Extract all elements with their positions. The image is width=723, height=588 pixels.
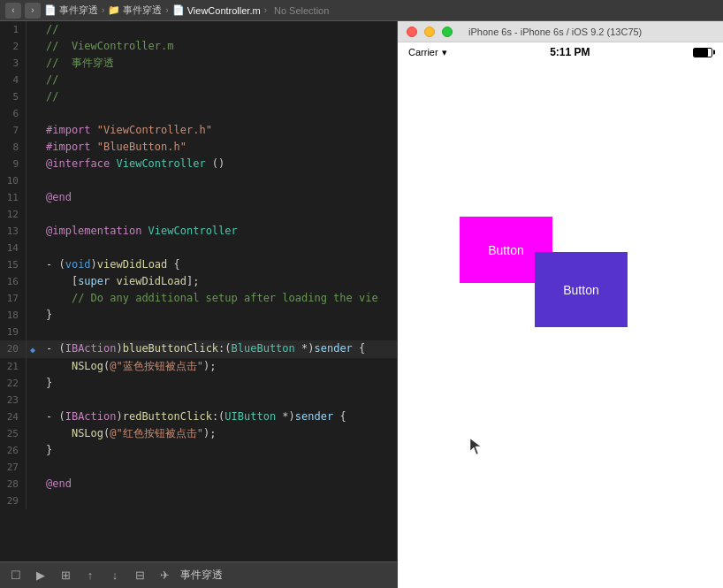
wifi-icon: ▾ [442,47,447,58]
table-row: 27 [0,459,397,476]
table-row: 1 // [0,21,397,38]
table-row: 16 [super viewDidLoad]; [0,273,397,290]
battery-fill [694,49,708,57]
code-lines: 1 // 2 // ViewController.m 3 // 事件穿透 [0,21,397,509]
table-row: 28 @end [0,476,397,493]
table-row: 24 - (IBAction)redButtonClick:(UIButton … [0,409,397,425]
breadcrumb-folder2[interactable]: 📁 事件穿透 [108,4,162,17]
upload-icon[interactable]: ↑ [81,567,99,584]
table-row: 29 [0,493,397,509]
svg-marker-0 [470,439,481,454]
close-button[interactable] [407,27,417,37]
code-editor[interactable]: 1 // 2 // ViewController.m 3 // 事件穿透 [0,21,398,588]
minimize-button[interactable] [424,27,435,37]
cursor [470,439,484,460]
table-row: 22 } [0,375,397,392]
table-row: 12 [0,206,397,223]
table-row: 23 [0,392,397,409]
grid-icon[interactable]: ⊞ [57,567,74,584]
table-row: 19 [0,324,397,340]
status-left: Carrier ▾ [408,47,447,58]
columns-icon[interactable]: ⊟ [131,567,148,584]
code-area[interactable]: 1 // 2 // ViewController.m 3 // 事件穿透 [0,21,397,561]
bottom-toolbar: ☐ ▶ ⊞ ↑ ↓ ⊟ ✈ 事件穿透 [0,561,397,588]
folder2-icon: 📁 [108,4,120,16]
table-row: 15 - (void)viewDidLoad { [0,256,397,273]
download-icon[interactable]: ↓ [106,567,124,584]
status-right [693,48,712,57]
table-row: 26 } [0,442,397,459]
top-nav-bar: ‹ › 📄 事件穿透 › 📁 事件穿透 › 📄 ViewController.m… [0,0,723,21]
table-row: 6 [0,105,397,122]
nav-back-button[interactable]: ‹ [5,3,21,19]
battery-icon [693,48,712,57]
phone-screen: Carrier ▾ 5:11 PM Button Button [398,42,723,588]
carrier-label: Carrier [408,47,438,57]
table-row: 14 [0,240,397,256]
table-row: 25 NSLog(@"红色按钮被点击"); [0,425,397,442]
table-row: 21 NSLog(@"蓝色按钮被点击"); [0,358,397,375]
table-row: 10 [0,172,397,189]
table-row: 3 // 事件穿透 [0,55,397,72]
breadcrumb-folder1[interactable]: 📄 事件穿透 [44,4,98,17]
toolbar-project-label: 事件穿透 [180,568,223,583]
message-icon[interactable]: ☐ [7,567,25,584]
send-icon[interactable]: ✈ [156,567,173,584]
time-label: 5:11 PM [550,46,590,58]
table-row: 20 ◆ - (IBAction)blueButtonClick:(BlueBu… [0,340,397,358]
folder2-label: 事件穿透 [123,4,162,17]
maximize-button[interactable] [442,27,453,37]
blue-button-label: Button [563,283,598,297]
device-label: iPhone 6s - iPhone 6s / iOS 9.2 (13C75) [468,27,642,37]
table-row: 7 #import "ViewController.h" [0,122,397,139]
no-selection-label: No Selection [274,5,329,16]
app-content: Button Button [398,62,723,588]
nav-forward-button[interactable]: › [25,3,41,19]
breadcrumb-file[interactable]: 📄 ViewController.m [172,4,261,16]
file-icon: 📄 [172,4,185,16]
table-row: 4 // [0,72,397,88]
table-row: 18 } [0,307,397,324]
blue-button[interactable]: Button [535,252,628,327]
table-row: 5 // [0,88,397,105]
simulator-panel: iPhone 6s - iPhone 6s / iOS 9.2 (13C75) … [398,21,723,588]
status-bar: Carrier ▾ 5:11 PM [398,42,723,62]
table-row: 11 @end [0,189,397,206]
table-row: 2 // ViewController.m [0,38,397,55]
magenta-button-label: Button [488,243,523,257]
folder1-icon: 📄 [44,4,57,16]
simulator-titlebar: iPhone 6s - iPhone 6s / iOS 9.2 (13C75) [398,21,723,42]
table-row: 8 #import "BlueButton.h" [0,139,397,156]
file-label: ViewController.m [187,5,261,16]
play-icon[interactable]: ▶ [32,567,49,584]
main-content: 1 // 2 // ViewController.m 3 // 事件穿透 [0,21,723,588]
table-row: 13 @implementation ViewController [0,223,397,240]
table-row: 17 // Do any additional setup after load… [0,290,397,307]
folder1-label: 事件穿透 [59,4,98,17]
table-row: 9 @interface ViewController () [0,156,397,172]
